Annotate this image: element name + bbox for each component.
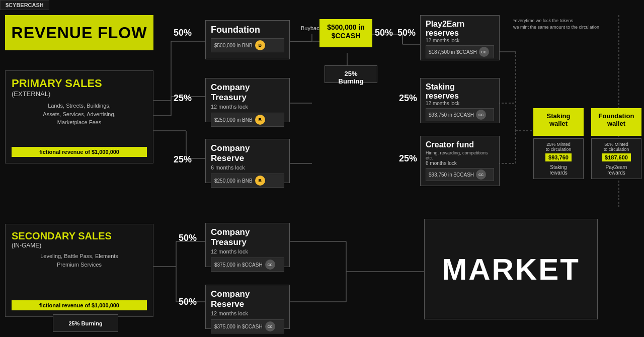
company-treasury-primary-subtitle: 12 months lock xyxy=(211,104,284,110)
burning-center-text: 25% Burning xyxy=(339,70,364,85)
foundation-amount: $500,000 in BNB B xyxy=(211,38,284,52)
revenue-flow-title: REVENUE FLOW xyxy=(12,24,147,42)
company-reserve-primary-box: Companyreserve 6 months lock $250,000 in… xyxy=(205,139,290,183)
highlight-box-text: $500,000 in $CCASH xyxy=(327,23,365,40)
foundation-wallet-box: Foundation wallet xyxy=(591,108,641,136)
company-treasury-secondary-amount: $375,000 in $CCASH CC xyxy=(211,258,284,272)
secondary-fictional-revenue: fictional revenue of $1,000,000 xyxy=(12,300,147,310)
company-reserve-secondary-amount: $375,000 in $CCASH CC xyxy=(211,319,284,333)
company-treasury-primary-amount: $250,000 in BNB B xyxy=(211,113,284,127)
pct-50-foundation: 50% xyxy=(174,28,192,38)
pct-50-sec-reserve: 50% xyxy=(179,297,197,307)
staking-wallet-title: Staking wallet xyxy=(547,112,571,127)
play2earn-lock: 12 months lock xyxy=(426,38,494,43)
pct-25-reserve: 25% xyxy=(174,154,192,165)
staking-reserves-box: Stakingreserves 12 months lock $93,750 i… xyxy=(420,78,500,123)
company-treasury-secondary-box: Companytreasury 12 months lock $375,000 … xyxy=(205,223,290,267)
foundation-reward-label: Pay2earn rewards xyxy=(596,164,637,176)
foundation-wallet-info: 50% Minted to circulation $187,600 Pay2e… xyxy=(591,138,641,179)
note-text: *everytime we lock the tokens we mint th… xyxy=(513,18,599,30)
company-reserve-secondary-title: Companyreserve xyxy=(211,289,284,309)
highlight-box: $500,000 in $CCASH xyxy=(319,19,372,47)
bnb-icon-2: B xyxy=(255,115,265,125)
company-treasury-secondary-title: Companytreasury xyxy=(211,227,284,247)
company-reserve-primary-subtitle: 6 months lock xyxy=(211,164,284,171)
company-treasury-primary-box: Companytreasury 12 months lock $250,000 … xyxy=(205,78,290,122)
ccash-icon-3: CC xyxy=(476,170,486,180)
bnb-icon-3: B xyxy=(255,176,265,186)
bnb-icon: B xyxy=(255,40,265,50)
ccash-icon-1: CC xyxy=(479,47,489,57)
creator-fund-box: Creator fund Hiring, rewarding, competit… xyxy=(420,136,500,186)
pct-25-treasury: 25% xyxy=(174,93,192,104)
top-bar: $CYBERCASH xyxy=(0,0,49,10)
ccash-icon-5: CC xyxy=(265,321,275,331)
foundation-title: Foundation xyxy=(211,25,284,35)
company-reserve-secondary-subtitle: 12 months lock xyxy=(211,310,284,316)
revenue-flow-box: REVENUE FLOW xyxy=(5,15,153,50)
primary-sales-title: PRIMARY SALES xyxy=(12,77,147,90)
company-treasury-secondary-subtitle: 12 months lock xyxy=(211,248,284,255)
pct-50-right: 50% xyxy=(375,28,393,38)
pct-50-sec-treasury: 50% xyxy=(179,233,197,243)
staking-minted-label: 25% Minted to circulation xyxy=(538,142,579,152)
secondary-sales-box: SECONDARY SALES (IN-GAME) Leveling, Batt… xyxy=(5,224,153,317)
foundation-box: Foundation $500,000 in BNB B xyxy=(205,20,290,59)
staking-reward-label: Staking rewards xyxy=(538,164,579,176)
creator-fund-title: Creator fund xyxy=(426,140,494,149)
creator-fund-subtitle: Hiring, rewarding, competitions etc. xyxy=(426,150,494,160)
staking-reserves-amount: $93,750 in $CCASH CC xyxy=(426,108,494,121)
burning-center-box: 25% Burning xyxy=(325,65,377,83)
play2earn-title: Play2Earnreserves xyxy=(426,20,494,38)
play2earn-box: Play2Earnreserves 12 months lock $187,50… xyxy=(420,15,500,60)
secondary-sales-subtitle: (IN-GAME) xyxy=(12,242,147,249)
page: $CYBERCASH REVENUE FLOW PRIMARY SALES (E… xyxy=(0,0,644,337)
company-reserve-secondary-box: Companyreserve 12 months lock $375,000 i… xyxy=(205,285,290,329)
buyback-label: Buyback xyxy=(301,25,322,31)
ccash-icon-2: CC xyxy=(476,110,486,120)
ccash-icon-4: CC xyxy=(265,260,275,270)
staking-wallet-box: Staking wallet xyxy=(533,108,584,136)
market-text: MARKET xyxy=(442,252,580,287)
top-bar-label: $CYBERCASH xyxy=(6,2,44,8)
company-reserve-primary-title: Companyreserve xyxy=(211,143,284,163)
company-treasury-primary-title: Companytreasury xyxy=(211,82,284,103)
pct-50-play2earn: 50% xyxy=(397,28,416,38)
secondary-sales-title: SECONDARY SALES xyxy=(12,230,147,242)
secondary-sales-desc: Leveling, Battle Pass, Elements Premium … xyxy=(12,252,147,269)
burning-bottom-text: 25% Burning xyxy=(68,320,102,326)
staking-reserves-title: Stakingreserves xyxy=(426,82,494,101)
creator-fund-lock: 6 months lock xyxy=(426,160,494,166)
company-reserve-primary-amount: $250,000 in BNB B xyxy=(211,174,284,188)
play2earn-amount: $187,500 in $CCASH CC xyxy=(426,45,494,58)
market-box: MARKET xyxy=(424,219,598,319)
pct-25-staking: 25% xyxy=(399,93,417,104)
primary-sales-subtitle: (EXTERNAL) xyxy=(12,90,147,98)
primary-sales-desc: Lands, Streets, Buildings, Assets, Servi… xyxy=(12,102,147,127)
foundation-minted-label: 50% Minted to circulation xyxy=(596,142,637,152)
primary-sales-box: PRIMARY SALES (EXTERNAL) Lands, Streets,… xyxy=(5,70,153,163)
staking-reserves-lock: 12 months lock xyxy=(426,101,494,106)
foundation-amount: $187,600 xyxy=(602,153,631,161)
burning-bottom-box: 25% Burning xyxy=(53,314,118,332)
primary-fictional-revenue: fictional revenue of $1,000,000 xyxy=(12,147,147,157)
pct-25-creator: 25% xyxy=(399,153,417,164)
creator-fund-amount: $93,750 in $CCASH CC xyxy=(426,168,494,181)
foundation-wallet-title: Foundation wallet xyxy=(599,112,634,127)
staking-amount: $93,760 xyxy=(545,153,572,161)
staking-wallet-info: 25% Minted to circulation $93,760 Stakin… xyxy=(533,138,584,179)
